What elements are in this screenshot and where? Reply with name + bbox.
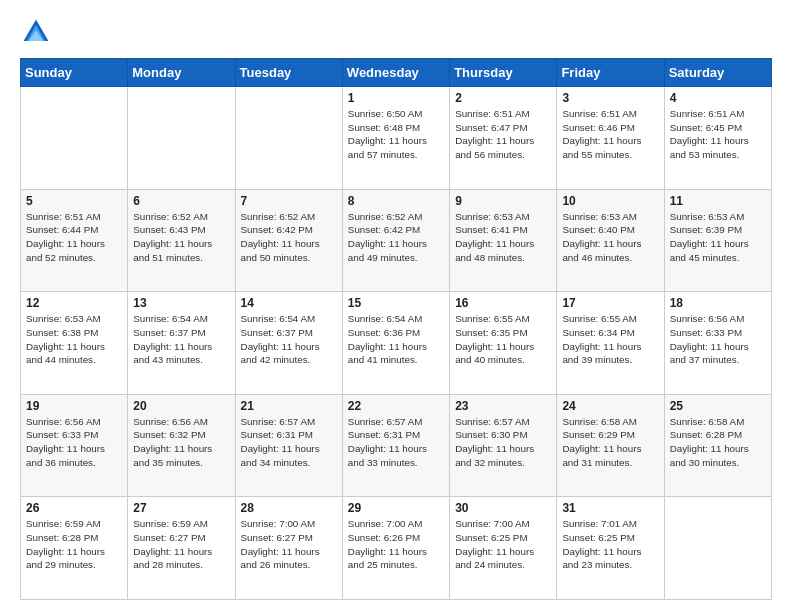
day-cell xyxy=(235,87,342,190)
day-cell: 9Sunrise: 6:53 AM Sunset: 6:41 PM Daylig… xyxy=(450,189,557,292)
logo xyxy=(20,16,56,48)
day-info: Sunrise: 6:53 AM Sunset: 6:41 PM Dayligh… xyxy=(455,210,551,265)
day-number: 27 xyxy=(133,501,229,515)
day-info: Sunrise: 6:58 AM Sunset: 6:29 PM Dayligh… xyxy=(562,415,658,470)
day-cell: 10Sunrise: 6:53 AM Sunset: 6:40 PM Dayli… xyxy=(557,189,664,292)
day-number: 13 xyxy=(133,296,229,310)
day-cell: 5Sunrise: 6:51 AM Sunset: 6:44 PM Daylig… xyxy=(21,189,128,292)
day-number: 17 xyxy=(562,296,658,310)
day-info: Sunrise: 6:51 AM Sunset: 6:47 PM Dayligh… xyxy=(455,107,551,162)
weekday-header-sunday: Sunday xyxy=(21,59,128,87)
day-number: 14 xyxy=(241,296,337,310)
day-number: 18 xyxy=(670,296,766,310)
week-row-4: 19Sunrise: 6:56 AM Sunset: 6:33 PM Dayli… xyxy=(21,394,772,497)
day-number: 26 xyxy=(26,501,122,515)
day-info: Sunrise: 6:51 AM Sunset: 6:44 PM Dayligh… xyxy=(26,210,122,265)
weekday-header-saturday: Saturday xyxy=(664,59,771,87)
day-number: 29 xyxy=(348,501,444,515)
day-info: Sunrise: 6:53 AM Sunset: 6:39 PM Dayligh… xyxy=(670,210,766,265)
week-row-1: 1Sunrise: 6:50 AM Sunset: 6:48 PM Daylig… xyxy=(21,87,772,190)
day-info: Sunrise: 7:00 AM Sunset: 6:27 PM Dayligh… xyxy=(241,517,337,572)
day-info: Sunrise: 6:56 AM Sunset: 6:32 PM Dayligh… xyxy=(133,415,229,470)
calendar-header: SundayMondayTuesdayWednesdayThursdayFrid… xyxy=(21,59,772,87)
day-number: 30 xyxy=(455,501,551,515)
day-number: 24 xyxy=(562,399,658,413)
day-info: Sunrise: 6:55 AM Sunset: 6:34 PM Dayligh… xyxy=(562,312,658,367)
day-info: Sunrise: 6:54 AM Sunset: 6:37 PM Dayligh… xyxy=(241,312,337,367)
day-cell: 12Sunrise: 6:53 AM Sunset: 6:38 PM Dayli… xyxy=(21,292,128,395)
day-info: Sunrise: 6:50 AM Sunset: 6:48 PM Dayligh… xyxy=(348,107,444,162)
day-number: 5 xyxy=(26,194,122,208)
day-info: Sunrise: 6:54 AM Sunset: 6:37 PM Dayligh… xyxy=(133,312,229,367)
day-cell: 24Sunrise: 6:58 AM Sunset: 6:29 PM Dayli… xyxy=(557,394,664,497)
day-cell: 16Sunrise: 6:55 AM Sunset: 6:35 PM Dayli… xyxy=(450,292,557,395)
day-info: Sunrise: 6:52 AM Sunset: 6:42 PM Dayligh… xyxy=(348,210,444,265)
day-info: Sunrise: 6:51 AM Sunset: 6:46 PM Dayligh… xyxy=(562,107,658,162)
day-info: Sunrise: 6:56 AM Sunset: 6:33 PM Dayligh… xyxy=(26,415,122,470)
weekday-row: SundayMondayTuesdayWednesdayThursdayFrid… xyxy=(21,59,772,87)
weekday-header-friday: Friday xyxy=(557,59,664,87)
day-cell: 4Sunrise: 6:51 AM Sunset: 6:45 PM Daylig… xyxy=(664,87,771,190)
day-info: Sunrise: 6:55 AM Sunset: 6:35 PM Dayligh… xyxy=(455,312,551,367)
day-cell: 29Sunrise: 7:00 AM Sunset: 6:26 PM Dayli… xyxy=(342,497,449,600)
day-cell: 28Sunrise: 7:00 AM Sunset: 6:27 PM Dayli… xyxy=(235,497,342,600)
day-cell: 8Sunrise: 6:52 AM Sunset: 6:42 PM Daylig… xyxy=(342,189,449,292)
calendar-body: 1Sunrise: 6:50 AM Sunset: 6:48 PM Daylig… xyxy=(21,87,772,600)
calendar-table: SundayMondayTuesdayWednesdayThursdayFrid… xyxy=(20,58,772,600)
day-number: 11 xyxy=(670,194,766,208)
day-number: 10 xyxy=(562,194,658,208)
day-number: 21 xyxy=(241,399,337,413)
day-number: 4 xyxy=(670,91,766,105)
day-number: 16 xyxy=(455,296,551,310)
day-cell xyxy=(128,87,235,190)
day-cell: 2Sunrise: 6:51 AM Sunset: 6:47 PM Daylig… xyxy=(450,87,557,190)
day-cell: 1Sunrise: 6:50 AM Sunset: 6:48 PM Daylig… xyxy=(342,87,449,190)
day-cell: 22Sunrise: 6:57 AM Sunset: 6:31 PM Dayli… xyxy=(342,394,449,497)
day-cell: 18Sunrise: 6:56 AM Sunset: 6:33 PM Dayli… xyxy=(664,292,771,395)
day-number: 28 xyxy=(241,501,337,515)
day-cell: 30Sunrise: 7:00 AM Sunset: 6:25 PM Dayli… xyxy=(450,497,557,600)
day-number: 3 xyxy=(562,91,658,105)
day-cell: 31Sunrise: 7:01 AM Sunset: 6:25 PM Dayli… xyxy=(557,497,664,600)
day-cell: 25Sunrise: 6:58 AM Sunset: 6:28 PM Dayli… xyxy=(664,394,771,497)
day-cell: 13Sunrise: 6:54 AM Sunset: 6:37 PM Dayli… xyxy=(128,292,235,395)
week-row-2: 5Sunrise: 6:51 AM Sunset: 6:44 PM Daylig… xyxy=(21,189,772,292)
day-info: Sunrise: 6:52 AM Sunset: 6:43 PM Dayligh… xyxy=(133,210,229,265)
header xyxy=(20,16,772,48)
day-number: 9 xyxy=(455,194,551,208)
weekday-header-tuesday: Tuesday xyxy=(235,59,342,87)
day-cell: 23Sunrise: 6:57 AM Sunset: 6:30 PM Dayli… xyxy=(450,394,557,497)
day-number: 20 xyxy=(133,399,229,413)
day-number: 12 xyxy=(26,296,122,310)
day-info: Sunrise: 6:59 AM Sunset: 6:28 PM Dayligh… xyxy=(26,517,122,572)
day-cell: 7Sunrise: 6:52 AM Sunset: 6:42 PM Daylig… xyxy=(235,189,342,292)
day-cell xyxy=(21,87,128,190)
day-number: 31 xyxy=(562,501,658,515)
day-info: Sunrise: 6:57 AM Sunset: 6:31 PM Dayligh… xyxy=(241,415,337,470)
day-cell: 19Sunrise: 6:56 AM Sunset: 6:33 PM Dayli… xyxy=(21,394,128,497)
day-info: Sunrise: 6:58 AM Sunset: 6:28 PM Dayligh… xyxy=(670,415,766,470)
day-number: 15 xyxy=(348,296,444,310)
day-number: 2 xyxy=(455,91,551,105)
day-number: 22 xyxy=(348,399,444,413)
day-number: 8 xyxy=(348,194,444,208)
day-number: 23 xyxy=(455,399,551,413)
day-number: 1 xyxy=(348,91,444,105)
page: SundayMondayTuesdayWednesdayThursdayFrid… xyxy=(0,0,792,612)
weekday-header-wednesday: Wednesday xyxy=(342,59,449,87)
day-cell xyxy=(664,497,771,600)
day-cell: 6Sunrise: 6:52 AM Sunset: 6:43 PM Daylig… xyxy=(128,189,235,292)
day-info: Sunrise: 6:53 AM Sunset: 6:38 PM Dayligh… xyxy=(26,312,122,367)
day-number: 25 xyxy=(670,399,766,413)
day-info: Sunrise: 7:00 AM Sunset: 6:26 PM Dayligh… xyxy=(348,517,444,572)
day-number: 7 xyxy=(241,194,337,208)
day-info: Sunrise: 6:57 AM Sunset: 6:30 PM Dayligh… xyxy=(455,415,551,470)
week-row-5: 26Sunrise: 6:59 AM Sunset: 6:28 PM Dayli… xyxy=(21,497,772,600)
day-info: Sunrise: 6:51 AM Sunset: 6:45 PM Dayligh… xyxy=(670,107,766,162)
weekday-header-monday: Monday xyxy=(128,59,235,87)
week-row-3: 12Sunrise: 6:53 AM Sunset: 6:38 PM Dayli… xyxy=(21,292,772,395)
weekday-header-thursday: Thursday xyxy=(450,59,557,87)
day-info: Sunrise: 6:53 AM Sunset: 6:40 PM Dayligh… xyxy=(562,210,658,265)
day-cell: 26Sunrise: 6:59 AM Sunset: 6:28 PM Dayli… xyxy=(21,497,128,600)
day-cell: 11Sunrise: 6:53 AM Sunset: 6:39 PM Dayli… xyxy=(664,189,771,292)
